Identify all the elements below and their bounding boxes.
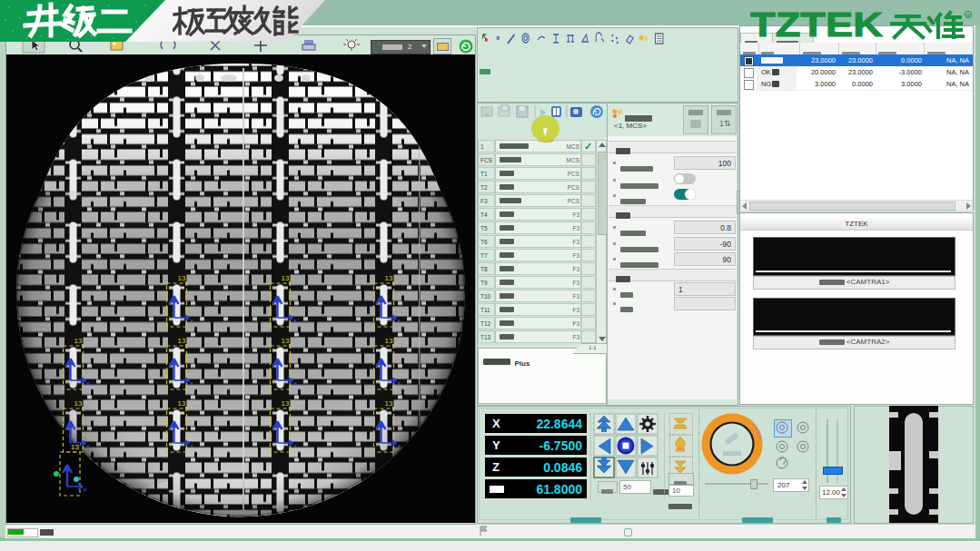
svg-text:TZTEK: TZTEK	[750, 10, 883, 41]
svg-text:13: 13	[282, 274, 290, 282]
svg-text:13: 13	[282, 399, 290, 408]
svg-text:13: 13	[178, 399, 186, 408]
svg-text:13: 13	[74, 399, 83, 408]
svg-text:13: 13	[71, 443, 79, 451]
svg-text:13: 13	[74, 337, 83, 345]
svg-text:13: 13	[385, 399, 393, 408]
svg-text:13: 13	[385, 337, 393, 345]
svg-text:13: 13	[178, 274, 186, 282]
svg-text:13: 13	[178, 337, 186, 345]
svg-text:13: 13	[282, 337, 290, 345]
svg-text:R: R	[966, 13, 970, 18]
svg-text:13: 13	[385, 274, 393, 282]
